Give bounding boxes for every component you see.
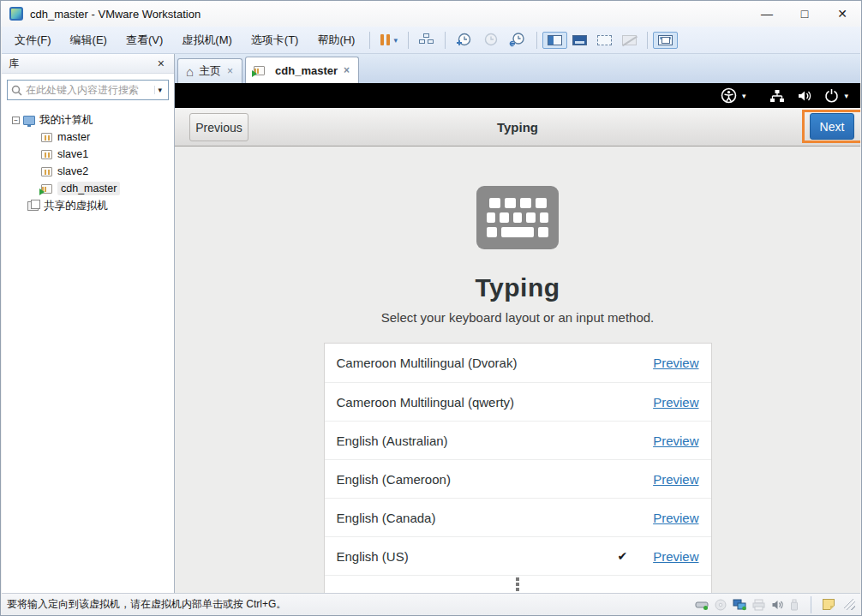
search-icon xyxy=(11,85,22,96)
vm-icon xyxy=(41,150,52,159)
tab-close-icon[interactable]: × xyxy=(226,65,234,77)
chevron-down-icon[interactable]: ▾ xyxy=(393,36,398,45)
preview-link[interactable]: Preview xyxy=(653,434,698,448)
sound-device-icon[interactable] xyxy=(771,599,783,611)
search-dropdown-icon[interactable]: ▾ xyxy=(154,86,165,94)
toolbar-separator xyxy=(445,32,446,49)
layout-row[interactable]: English (Canada) Preview xyxy=(325,498,711,536)
layout-row-selected[interactable]: English (US) ✔ Preview xyxy=(325,536,711,575)
tab-close-icon[interactable]: × xyxy=(343,64,350,76)
tab-cdh-master[interactable]: cdh_master × xyxy=(245,57,359,83)
selected-check-icon: ✔ xyxy=(617,549,653,563)
vmware-window: cdh_master - VMware Workstation — □ ✕ 文件… xyxy=(0,0,862,616)
keyboard-icon xyxy=(476,186,559,249)
tree-node-my-computer[interactable]: − 我的计算机 xyxy=(2,111,174,129)
wizard-header-bar: Previous Typing Next xyxy=(175,108,860,147)
vm-icon xyxy=(41,133,52,142)
list-overflow-row xyxy=(325,575,711,593)
vm-icon xyxy=(41,167,52,176)
status-bar: 要将输入定向到该虚拟机，请在虚拟机内部单击或按 Ctrl+G。 xyxy=(2,593,860,615)
tree-node-slave1[interactable]: slave1 xyxy=(2,146,174,163)
usb-device-icon[interactable] xyxy=(789,599,799,611)
snapshot-manager-icon xyxy=(509,33,526,47)
menu-vm[interactable]: 虚拟机(M) xyxy=(172,28,242,52)
network-adapter-icon[interactable] xyxy=(733,599,746,611)
vm-console: ▾ ▾ Previous xyxy=(175,83,860,593)
library-header: 库 × xyxy=(2,54,174,74)
next-button[interactable]: Next xyxy=(810,113,854,140)
take-snapshot-button[interactable] xyxy=(451,29,477,51)
library-search-box[interactable]: ▾ xyxy=(7,80,169,100)
close-button[interactable]: ✕ xyxy=(823,1,861,27)
layout-row[interactable]: English (Cameroon) Preview xyxy=(325,459,711,498)
toolbar-separator xyxy=(408,32,409,49)
volume-icon xyxy=(797,89,812,103)
search-input[interactable] xyxy=(22,84,154,96)
keyboard-layout-list: Cameroon Multilingual (Dvorak) Preview C… xyxy=(324,343,712,593)
pause-icon xyxy=(380,34,390,45)
preview-link[interactable]: Preview xyxy=(653,356,698,370)
suspend-vm-button[interactable]: ▾ xyxy=(375,31,403,49)
tab-home[interactable]: ⌂ 主页 × xyxy=(177,58,242,83)
toolbar-separator xyxy=(369,32,370,49)
hard-disk-icon[interactable] xyxy=(695,599,709,611)
unity-mode-button xyxy=(617,32,642,49)
library-close-icon[interactable]: × xyxy=(155,57,167,70)
typing-page: Typing Select your keyboard layout or an… xyxy=(175,147,860,593)
menu-tabs[interactable]: 选项卡(T) xyxy=(242,28,308,52)
snapshot-manager-button[interactable] xyxy=(504,29,531,51)
vm-tree: − 我的计算机 master slave1 slave2 cdh_master xyxy=(2,106,174,214)
window-title: cdh_master - VMware Workstation xyxy=(30,8,201,21)
unity-mode-icon xyxy=(622,35,637,45)
chevron-down-icon: ▾ xyxy=(844,92,848,100)
printer-icon[interactable] xyxy=(752,599,765,611)
tree-node-slave2[interactable]: slave2 xyxy=(2,163,174,180)
page-title: Typing xyxy=(175,273,860,302)
system-status-menu[interactable]: ▾ xyxy=(769,88,848,103)
menu-bar: 文件(F) 编辑(E) 查看(V) 虚拟机(M) 选项卡(T) 帮助(H) ▾ xyxy=(2,27,860,54)
device-status-icons xyxy=(695,596,855,613)
toolbar-separator xyxy=(647,32,648,49)
toggle-console-view-button[interactable] xyxy=(653,32,678,49)
vm-running-icon xyxy=(41,184,52,194)
accessibility-menu[interactable]: ▾ xyxy=(721,87,746,104)
power-icon xyxy=(824,88,839,103)
layout-row[interactable]: Cameroon Multilingual (qwerty) Preview xyxy=(325,382,711,421)
library-panel-icon xyxy=(548,35,562,45)
layout-row[interactable]: English (Australian) Preview xyxy=(325,421,711,459)
send-ctrl-alt-del-button[interactable] xyxy=(414,30,440,50)
tree-node-cdh-master[interactable]: cdh_master xyxy=(2,180,174,197)
preview-link[interactable]: Preview xyxy=(653,511,698,525)
snapshot-take-icon xyxy=(456,33,472,47)
fullscreen-icon xyxy=(597,35,612,45)
preview-link[interactable]: Preview xyxy=(653,472,698,487)
toggle-library-panel-button[interactable] xyxy=(542,32,567,49)
menu-view[interactable]: 查看(V) xyxy=(117,28,172,52)
cd-drive-icon[interactable] xyxy=(715,599,727,611)
layout-row[interactable]: Cameroon Multilingual (Dvorak) Preview xyxy=(325,344,711,382)
more-dots-icon xyxy=(516,577,519,591)
resize-grip[interactable] xyxy=(844,599,855,610)
menu-file[interactable]: 文件(F) xyxy=(5,28,61,52)
home-icon: ⌂ xyxy=(186,64,194,79)
maximize-button[interactable]: □ xyxy=(786,1,823,27)
message-log-icon[interactable] xyxy=(823,599,835,610)
preview-link[interactable]: Preview xyxy=(653,395,698,410)
tab-label: 主页 xyxy=(199,63,221,79)
tree-node-shared-vms[interactable]: 共享的虚拟机 xyxy=(2,197,174,214)
tab-strip: ⌂ 主页 × cdh_master × xyxy=(175,54,860,83)
thumbnail-bar-icon xyxy=(572,35,587,45)
tree-node-master[interactable]: master xyxy=(2,129,174,146)
previous-button[interactable]: Previous xyxy=(189,113,248,141)
menu-edit[interactable]: 编辑(E) xyxy=(61,28,117,52)
minimize-button[interactable]: — xyxy=(748,1,786,27)
menu-help[interactable]: 帮助(H) xyxy=(308,28,364,52)
page-subtitle: Select your keyboard layout or an input … xyxy=(175,310,860,325)
collapse-icon[interactable]: − xyxy=(12,117,20,124)
wizard-bar-title: Typing xyxy=(175,108,860,146)
fullscreen-button[interactable] xyxy=(592,32,617,49)
revert-snapshot-button xyxy=(477,29,504,51)
toggle-thumbnail-bar-button[interactable] xyxy=(567,32,592,49)
preview-link[interactable]: Preview xyxy=(653,549,698,564)
network-icon xyxy=(769,89,785,103)
